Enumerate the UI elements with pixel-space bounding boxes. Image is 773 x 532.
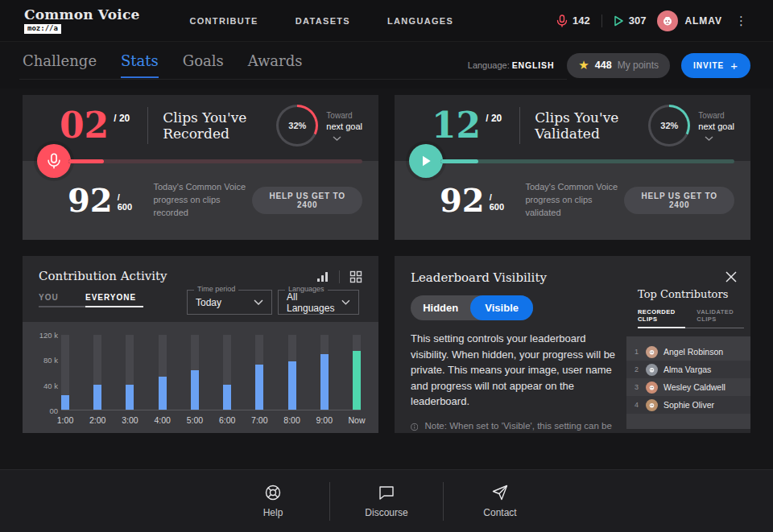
kebab-menu-icon[interactable]: ⋮ bbox=[734, 14, 749, 28]
chart-bar: 9:00 bbox=[320, 335, 329, 410]
main-nav: CONTRIBUTE DATASETS LANGUAGES bbox=[189, 16, 453, 26]
recorded-progress-ring: 32% bbox=[276, 105, 318, 146]
activity-chart: 120 k80 k40 k00 1:002:003:004:005:006:00… bbox=[23, 322, 378, 433]
language-value: ENGLISH bbox=[512, 60, 555, 70]
grid-view-icon[interactable] bbox=[349, 270, 362, 283]
tab-awards[interactable]: Awards bbox=[248, 52, 303, 78]
user-menu[interactable]: ALMAV bbox=[657, 10, 722, 31]
list-item: 3 Wesley Caldwell bbox=[626, 378, 750, 396]
page-footer: Help Discourse Contact bbox=[0, 469, 773, 532]
username: ALMAV bbox=[684, 15, 722, 27]
chart-bar: 2:00 bbox=[93, 335, 101, 410]
chart-bar: 5:00 bbox=[191, 335, 199, 410]
list-item: 1 Angel Robinson bbox=[626, 343, 750, 361]
today-recorded-caption: Today's Common Voice progress on clips r… bbox=[153, 181, 252, 220]
help-us-get-to-2400-button[interactable]: HELP US GET TO 2400 bbox=[252, 187, 362, 214]
today-validated-goal: / 600 bbox=[490, 192, 505, 212]
time-period-select[interactable]: Time period Today bbox=[187, 290, 272, 315]
tab-recorded-clips[interactable]: RECORDED CLIPS bbox=[638, 308, 685, 328]
toward-label: Toward bbox=[326, 110, 362, 121]
divider bbox=[339, 270, 340, 283]
nav-datasets[interactable]: DATASETS bbox=[296, 16, 350, 26]
tab-stats[interactable]: Stats bbox=[121, 52, 159, 78]
mic-icon bbox=[47, 153, 61, 169]
footer-discourse[interactable]: Discourse bbox=[330, 484, 443, 518]
visibility-description: This setting controls your leaderboard v… bbox=[411, 331, 618, 410]
activity-chart-plot: 1:002:003:004:005:006:007:008:009:00Now bbox=[61, 335, 361, 410]
chart-bar: Now bbox=[353, 335, 361, 410]
validated-session-goal: / 20 bbox=[486, 113, 502, 143]
footer-help-label: Help bbox=[263, 507, 283, 518]
footer-contact-label: Contact bbox=[483, 507, 516, 518]
divider bbox=[147, 107, 148, 144]
dashboard-subheader: Challenge Stats Goals Awards Language:EN… bbox=[0, 42, 773, 89]
y-tick-label: 00 bbox=[49, 406, 58, 415]
invite-button[interactable]: INVITE + bbox=[681, 53, 750, 78]
invite-label: INVITE bbox=[693, 61, 724, 70]
ring-percent: 32% bbox=[660, 121, 678, 130]
list-item: 2 Alma Vargas bbox=[626, 361, 750, 378]
main-content: 02 / 20 Clips You've Recorded 32% Toward… bbox=[0, 89, 773, 469]
divider bbox=[519, 107, 520, 144]
plus-icon: + bbox=[730, 59, 738, 72]
activity-title: Contribution Activity bbox=[39, 269, 167, 283]
recorded-session-goal: / 20 bbox=[114, 113, 130, 143]
footer-contact[interactable]: Contact bbox=[444, 484, 556, 518]
visibility-note: Note: When set to 'Visible', this settin… bbox=[411, 419, 626, 434]
validated-card-title: Clips You've Validated bbox=[535, 109, 648, 142]
leaderboard-visibility-card: Leaderboard Visibility Hidden Visible Th… bbox=[395, 256, 750, 433]
chevron-down-icon bbox=[254, 299, 263, 305]
my-points-pill[interactable]: ★ 448 My points bbox=[567, 53, 670, 78]
footer-help[interactable]: Help bbox=[217, 484, 329, 518]
tab-everyone[interactable]: EVERYONE bbox=[85, 293, 143, 307]
points-value: 448 bbox=[595, 60, 612, 71]
languages-select[interactable]: Languages All Languages bbox=[278, 290, 359, 315]
note-text: Note: When set to 'Visible', this settin… bbox=[424, 421, 611, 434]
contributor-name: Angel Robinson bbox=[663, 347, 723, 357]
toward-label: Toward bbox=[698, 110, 734, 121]
recorded-session-count: 02 bbox=[60, 108, 109, 143]
nav-contribute[interactable]: CONTRIBUTE bbox=[189, 16, 258, 26]
visibility-toggle[interactable]: Hidden Visible bbox=[411, 295, 533, 320]
contact-icon bbox=[491, 484, 509, 501]
tab-you[interactable]: YOU bbox=[39, 293, 85, 307]
validated-count-stat: 307 bbox=[614, 14, 647, 27]
nav-languages[interactable]: LANGUAGES bbox=[387, 16, 453, 26]
x-tick-label: 3:00 bbox=[122, 415, 138, 425]
clips-recorded-card: 02 / 20 Clips You've Recorded 32% Toward… bbox=[23, 95, 378, 240]
tab-challenge[interactable]: Challenge bbox=[23, 52, 97, 78]
x-tick-label: 6:00 bbox=[219, 415, 235, 425]
close-icon[interactable] bbox=[723, 269, 739, 285]
toggle-visible-option[interactable]: Visible bbox=[470, 295, 533, 320]
tab-validated-clips[interactable]: VALIDATED CLIPS bbox=[697, 308, 744, 328]
contribution-activity-card: Contribution Activity YOU EVERYONE bbox=[23, 256, 378, 433]
avatar bbox=[646, 364, 658, 376]
tab-goals[interactable]: Goals bbox=[183, 52, 224, 78]
next-goal-label: next goal bbox=[326, 121, 362, 132]
contributor-name: Alma Vargas bbox=[663, 365, 711, 374]
x-tick-label: 7:00 bbox=[251, 415, 267, 425]
listen-play-button[interactable] bbox=[409, 144, 443, 178]
x-tick-label: 1:00 bbox=[57, 415, 73, 425]
x-tick-label: Now bbox=[348, 415, 365, 425]
next-goal-label: next goal bbox=[698, 121, 734, 132]
common-voice-logo[interactable]: Common Voice moz://a bbox=[24, 8, 139, 34]
y-tick-label: 80 k bbox=[43, 356, 58, 365]
top-header: Common Voice moz://a CONTRIBUTE DATASETS… bbox=[0, 0, 773, 42]
toward-next-goal[interactable]: Toward next goal bbox=[698, 110, 734, 140]
language-selector[interactable]: Language:ENGLISH bbox=[468, 60, 555, 70]
toward-next-goal[interactable]: Toward next goal bbox=[326, 110, 362, 140]
language-label: Language: bbox=[468, 60, 510, 70]
contributor-name: Sophie Oliver bbox=[663, 400, 714, 410]
play-icon bbox=[614, 15, 624, 27]
mozilla-badge: moz://a bbox=[24, 24, 61, 34]
help-us-get-to-2400-button[interactable]: HELP US GET TO 2400 bbox=[624, 187, 734, 214]
record-button[interactable] bbox=[37, 144, 71, 178]
contributors-list: 1 Angel Robinson 2 Alma Vargas 3 Wesley … bbox=[626, 336, 750, 429]
user-avatar bbox=[657, 10, 678, 31]
time-period-label: Time period bbox=[194, 285, 238, 293]
toggle-hidden-option[interactable]: Hidden bbox=[411, 302, 470, 314]
bar-chart-view-icon[interactable] bbox=[316, 271, 329, 282]
validated-progress-bar bbox=[440, 159, 734, 163]
recorded-count-stat: 142 bbox=[556, 14, 590, 27]
